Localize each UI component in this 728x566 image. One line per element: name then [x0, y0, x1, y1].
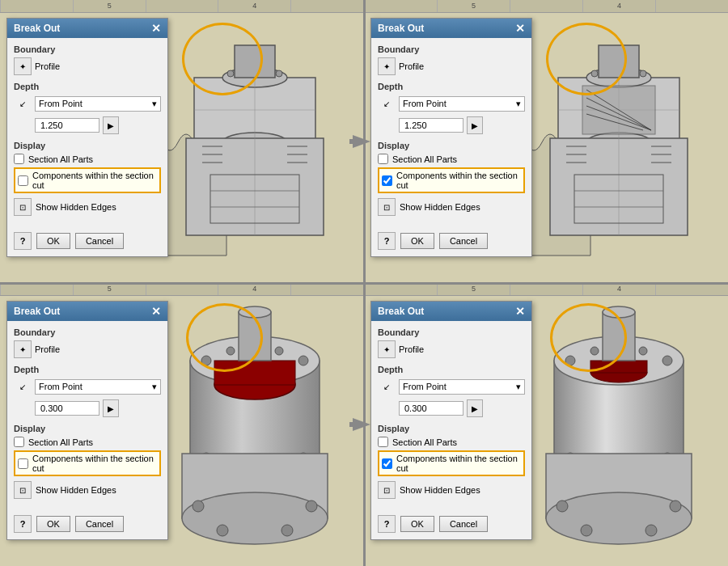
svg-point-58 — [275, 347, 283, 355]
svg-rect-48 — [349, 139, 358, 144]
ruler-bottom-right: 5 4 — [364, 283, 728, 296]
ruler-bottom-left: 5 4 — [0, 283, 363, 296]
depth-input-br[interactable] — [399, 401, 463, 416]
help-btn-tl[interactable]: ? — [14, 232, 32, 250]
boundary-icon-bl[interactable]: ✦ — [14, 340, 32, 358]
display-label: Display — [14, 141, 161, 150]
depth-input-top-left[interactable] — [35, 118, 99, 133]
hidden-edges-icon: ⊡ — [14, 198, 32, 216]
svg-point-56 — [298, 356, 308, 365]
dialog-bottom-left: Break Out ✕ Boundary ✦ Profile Depth ↙ F… — [6, 301, 168, 540]
depth-input-tr[interactable] — [399, 118, 463, 133]
ruler-top-right: 5 4 — [364, 0, 728, 13]
hidden-edges-icon-br: ⊡ — [378, 481, 396, 499]
close-icon-tr[interactable]: ✕ — [515, 22, 525, 35]
depth-label-br: Depth — [378, 365, 525, 374]
help-btn-br[interactable]: ? — [378, 515, 396, 533]
dialog-title-top-left: Break Out ✕ — [7, 19, 167, 38]
close-icon[interactable]: ✕ — [151, 22, 161, 35]
boundary-profile-tr: Profile — [399, 61, 424, 71]
svg-point-80 — [639, 347, 647, 355]
quadrant-bottom-left: 5 4 — [0, 283, 364, 566]
section-all-checkbox-bl[interactable] — [14, 437, 24, 447]
depth-dropdown[interactable]: From Point▾ — [35, 96, 161, 112]
cancel-button-tl[interactable]: Cancel — [75, 233, 124, 249]
dialog-title-bottom-left: Break Out ✕ — [7, 302, 167, 321]
dialog-bottom-right: Break Out ✕ Boundary ✦ Profile Depth ↙ F… — [370, 301, 532, 540]
svg-point-65 — [193, 501, 204, 512]
dialog-top-right: Break Out ✕ Boundary ✦ Profile Depth ↙ F… — [370, 18, 532, 257]
depth-icon-bl: ↙ — [14, 378, 32, 395]
svg-point-88 — [670, 501, 681, 512]
display-label-br: Display — [378, 424, 525, 433]
section-all-checkbox-br[interactable] — [378, 437, 388, 447]
svg-point-26 — [640, 70, 646, 77]
svg-point-67 — [217, 525, 228, 536]
boundary-profile-br: Profile — [399, 344, 424, 354]
depth-arrow-btn-br[interactable]: ▶ — [467, 399, 483, 417]
vertical-divider — [363, 0, 366, 566]
depth-dropdown-tr[interactable]: From Point▾ — [399, 96, 525, 112]
svg-point-86 — [546, 492, 692, 544]
depth-label: Depth — [14, 82, 161, 91]
highlight-circle-top-right — [546, 23, 627, 95]
quadrant-top-right: 5 4 — [364, 0, 728, 283]
ok-button-tr[interactable]: OK — [400, 233, 434, 249]
boundary-icon[interactable]: ✦ — [14, 57, 32, 75]
boundary-label-br: Boundary — [378, 327, 525, 337]
cancel-button-tr[interactable]: Cancel — [439, 233, 488, 249]
svg-point-90 — [645, 525, 657, 536]
components-checkbox-tr[interactable] — [382, 175, 392, 186]
svg-point-78 — [662, 356, 672, 365]
boundary-icon-tr[interactable]: ✦ — [378, 57, 396, 75]
depth-arrow-btn-bl[interactable]: ▶ — [103, 399, 119, 417]
help-btn-bl[interactable]: ? — [14, 515, 32, 533]
help-btn-tr[interactable]: ? — [378, 232, 396, 250]
depth-dropdown-br[interactable]: From Point▾ — [399, 379, 525, 395]
cancel-button-br[interactable]: Cancel — [439, 516, 488, 532]
ok-button-bl[interactable]: OK — [36, 516, 70, 532]
highlight-circle-bottom-left — [186, 303, 263, 372]
highlight-circle-top-left — [182, 23, 263, 95]
dialog-top-left: Break Out ✕ Boundary ✦ Profile Depth ↙ F… — [6, 18, 168, 257]
cancel-button-bl[interactable]: Cancel — [75, 516, 124, 532]
depth-dropdown-bl[interactable]: From Point▾ — [35, 379, 161, 395]
svg-rect-70 — [349, 422, 358, 427]
dialog-title-top-right: Break Out ✕ — [371, 19, 531, 38]
arrow-top — [349, 125, 379, 158]
display-label-bl: Display — [14, 424, 161, 433]
components-checkbox-br[interactable] — [382, 458, 392, 469]
section-all-checkbox-tl[interactable] — [14, 154, 24, 164]
depth-icon-br: ↙ — [378, 378, 396, 395]
section-all-checkbox-tr[interactable] — [378, 154, 388, 164]
boundary-profile-bl: Profile — [35, 344, 60, 354]
depth-label-tr: Depth — [378, 82, 525, 91]
svg-point-5 — [276, 70, 282, 77]
display-label-tr: Display — [378, 141, 525, 150]
quadrant-bottom-right: 5 4 — [364, 283, 728, 566]
ruler-top-left: 5 4 — [0, 0, 363, 13]
svg-point-89 — [581, 525, 592, 536]
depth-icon-tr: ↙ — [378, 95, 396, 112]
dialog-title-bottom-right: Break Out ✕ — [371, 302, 531, 321]
svg-point-66 — [306, 501, 317, 512]
ok-button-br[interactable]: OK — [400, 516, 434, 532]
arrow-bottom — [349, 408, 379, 441]
components-checkbox-bl[interactable] — [18, 458, 28, 469]
depth-arrow-btn-tr[interactable]: ▶ — [467, 116, 483, 134]
boundary-profile: Profile — [35, 61, 60, 71]
close-icon-bl[interactable]: ✕ — [151, 305, 161, 318]
close-icon-br[interactable]: ✕ — [515, 305, 525, 318]
boundary-label-tr: Boundary — [378, 44, 525, 54]
depth-input-bl[interactable] — [35, 401, 99, 416]
hidden-edges-icon-bl: ⊡ — [14, 481, 32, 499]
depth-arrow-btn[interactable]: ▶ — [103, 116, 119, 134]
boundary-label: Boundary — [14, 44, 161, 54]
boundary-icon-br[interactable]: ✦ — [378, 340, 396, 358]
highlight-circle-bottom-right — [550, 303, 627, 372]
svg-point-87 — [557, 501, 568, 512]
hidden-edges-icon-tr: ⊡ — [378, 198, 396, 216]
quadrant-top-left: 5 4 — [0, 0, 364, 283]
ok-button-tl[interactable]: OK — [36, 233, 70, 249]
components-checkbox-tl[interactable] — [18, 175, 28, 186]
